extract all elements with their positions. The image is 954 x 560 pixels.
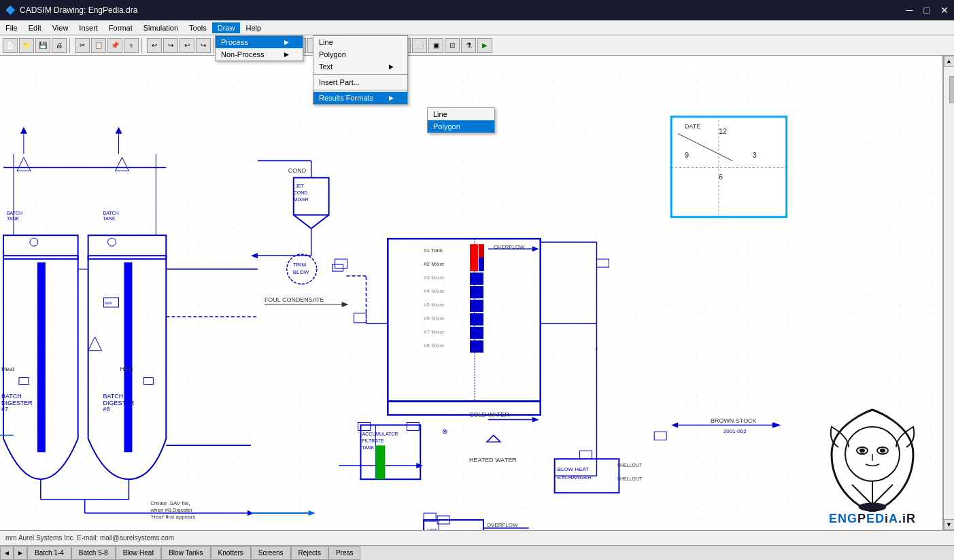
scroll-up-button[interactable]: ▲ bbox=[944, 56, 955, 67]
vertical-scrollbar[interactable]: ▲ ▼ bbox=[943, 56, 954, 530]
title-bar: 🔷 CADSIM Drawing: EngPedia.dra ─ □ ✕ bbox=[0, 0, 954, 20]
tab-press[interactable]: Press bbox=[328, 546, 361, 560]
minimize-button[interactable]: ─ bbox=[906, 5, 913, 16]
tab-blow-tanks[interactable]: Blow Tanks bbox=[161, 546, 210, 560]
svg-rect-79 bbox=[479, 258, 484, 271]
svg-text:BROWN STOCK: BROWN STOCK bbox=[711, 417, 757, 424]
svg-text:Heat: Heat bbox=[1, 366, 14, 372]
svg-rect-89 bbox=[470, 327, 483, 339]
tab-rejects[interactable]: Rejects bbox=[291, 546, 328, 560]
svg-text:HEATED WATER: HEATED WATER bbox=[469, 457, 517, 463]
scroll-thumb[interactable] bbox=[949, 76, 955, 103]
process-results-formats-item[interactable]: Results Formats ▶ bbox=[313, 92, 407, 104]
undo-button[interactable]: ↩ bbox=[147, 38, 162, 53]
svg-text:SHELLOUT: SHELLOUT bbox=[617, 463, 643, 468]
tb-btn9[interactable]: ▣ bbox=[428, 38, 443, 53]
svg-text:TANK: TANK bbox=[7, 216, 19, 221]
copy-button[interactable]: 📋 bbox=[91, 38, 106, 53]
svg-point-164 bbox=[880, 449, 885, 453]
process-insert-part-item[interactable]: Insert Part... bbox=[313, 76, 407, 88]
app-icon: 🔷 bbox=[5, 5, 16, 15]
print-button[interactable]: 🖨 bbox=[52, 38, 67, 53]
svg-text:BATCH: BATCH bbox=[103, 211, 119, 215]
tb-flask[interactable]: ⚗ bbox=[461, 38, 476, 53]
tab-prev-button[interactable]: ◄ bbox=[0, 546, 14, 560]
menu-tools[interactable]: Tools bbox=[184, 22, 212, 33]
engpedia-text: ENGPEDiA.iR bbox=[829, 512, 916, 526]
paste-button[interactable]: 📌 bbox=[107, 38, 122, 53]
redo2-button[interactable]: ↪ bbox=[196, 38, 211, 53]
sep1 bbox=[69, 38, 72, 53]
svg-text:FOUL CONDENSATE: FOUL CONDENSATE bbox=[265, 296, 324, 303]
tab-batch-1-4[interactable]: Batch 1-4 bbox=[27, 546, 71, 560]
svg-text:9: 9 bbox=[685, 151, 689, 159]
undo2-button[interactable]: ↩ bbox=[180, 38, 194, 53]
tab-bar: ◄ ► Batch 1-4 Batch 5-8 Blow Heat Blow T… bbox=[0, 545, 954, 560]
menu-draw[interactable]: Draw bbox=[212, 22, 241, 33]
svg-text:#6 Mixer: #6 Mixer bbox=[424, 315, 445, 321]
svg-rect-2 bbox=[671, 117, 787, 217]
svg-text:#8: #8 bbox=[103, 406, 110, 413]
svg-rect-85 bbox=[470, 300, 483, 312]
svg-text:JET: JET bbox=[296, 183, 305, 188]
svg-text:DIGESTER: DIGESTER bbox=[1, 400, 33, 406]
status-bar: mm Aurel Systems Inc. E-mail: mail@aurel… bbox=[0, 530, 954, 545]
svg-text:DIGESTER: DIGESTER bbox=[103, 400, 135, 406]
svg-text:BLOW HEAT: BLOW HEAT bbox=[558, 466, 589, 472]
svg-text:#7: #7 bbox=[1, 406, 8, 413]
svg-text:⊗: ⊗ bbox=[442, 427, 447, 435]
tab-screens[interactable]: Screens bbox=[251, 546, 291, 560]
menu-simulation[interactable]: Simulation bbox=[138, 22, 184, 33]
svg-text:###: ### bbox=[105, 301, 113, 305]
svg-text:BATCH: BATCH bbox=[1, 393, 22, 400]
maximize-button[interactable]: □ bbox=[924, 5, 930, 16]
svg-text:#3 Mixer: #3 Mixer bbox=[424, 275, 445, 281]
open-button[interactable]: 📁 bbox=[19, 38, 34, 53]
process-polygon-item[interactable]: Polygon bbox=[313, 48, 407, 60]
tb-play[interactable]: ▶ bbox=[477, 38, 492, 53]
tab-next-button[interactable]: ► bbox=[14, 546, 27, 560]
svg-point-169 bbox=[859, 503, 886, 511]
tab-blow-heat[interactable]: Blow Heat bbox=[116, 546, 162, 560]
svg-text:3: 3 bbox=[753, 151, 757, 159]
paste-special-button[interactable]: ⎀ bbox=[124, 38, 139, 53]
tab-batch-5-8[interactable]: Batch 5-8 bbox=[71, 546, 116, 560]
close-button[interactable]: ✕ bbox=[940, 5, 949, 16]
svg-text:Heat: Heat bbox=[120, 366, 133, 372]
tb-btn8[interactable]: ⬜ bbox=[412, 38, 427, 53]
draw-non-process-item[interactable]: Non-Process ▶ bbox=[216, 48, 303, 60]
svg-text:DATE: DATE bbox=[685, 123, 700, 130]
svg-text:OVERFLOW: OVERFLOW bbox=[487, 522, 518, 528]
results-polygon-item[interactable]: Polygon bbox=[428, 120, 494, 133]
menu-help[interactable]: Help bbox=[240, 22, 267, 33]
new-button[interactable]: 📄 bbox=[3, 38, 18, 53]
process-text-item[interactable]: Text ▶ bbox=[313, 60, 407, 73]
results-line-item[interactable]: Line bbox=[428, 108, 494, 120]
svg-rect-75 bbox=[470, 244, 478, 259]
process-line-item[interactable]: Line bbox=[313, 36, 407, 48]
save-button[interactable]: 💾 bbox=[35, 38, 50, 53]
svg-text:FILTRATE: FILTRATE bbox=[362, 438, 384, 443]
svg-text:#1 Tank: #1 Tank bbox=[424, 247, 443, 253]
process-sep2 bbox=[313, 90, 407, 90]
menu-file[interactable]: File bbox=[0, 22, 23, 33]
menu-edit[interactable]: Edit bbox=[23, 22, 47, 33]
draw-process-item[interactable]: Process ▶ bbox=[216, 36, 303, 48]
svg-rect-76 bbox=[479, 244, 484, 259]
scroll-down-button[interactable]: ▼ bbox=[944, 519, 955, 530]
svg-text:COLD WATER: COLD WATER bbox=[469, 411, 509, 418]
menu-view[interactable]: View bbox=[47, 22, 74, 33]
redo-button[interactable]: ↪ bbox=[163, 38, 178, 53]
cut-button[interactable]: ✂ bbox=[75, 38, 90, 53]
tb-btn10[interactable]: ⊡ bbox=[445, 38, 460, 53]
titlebar-controls[interactable]: ─ □ ✕ bbox=[906, 5, 949, 16]
svg-rect-12 bbox=[37, 262, 46, 452]
draw-menu-dropdown: Process ▶ Non-Process ▶ bbox=[215, 35, 303, 61]
menu-bar: File Edit View Insert Format Simulation … bbox=[0, 20, 954, 35]
tab-knotters[interactable]: Knotters bbox=[211, 546, 251, 560]
svg-text:#2 Mixer: #2 Mixer bbox=[424, 261, 445, 267]
menu-format[interactable]: Format bbox=[103, 22, 138, 33]
sep2 bbox=[141, 38, 144, 53]
menu-insert[interactable]: Insert bbox=[73, 22, 103, 33]
svg-text:BLOW: BLOW bbox=[293, 269, 309, 275]
